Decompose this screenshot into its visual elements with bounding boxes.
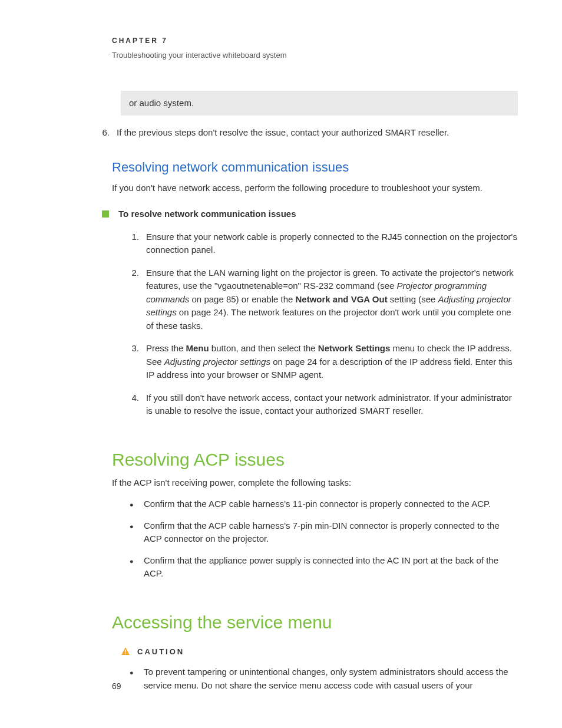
list-item: 6. If the previous steps don't resolve t… bbox=[100, 126, 518, 140]
svg-rect-1 bbox=[125, 650, 126, 653]
step-text: If you still don't have network access, … bbox=[146, 391, 518, 418]
step-number: 2. bbox=[130, 266, 146, 333]
step-number: 3. bbox=[130, 342, 146, 382]
bullet-text: Confirm that the appliance power supply … bbox=[144, 554, 518, 581]
bullet-list: ● Confirm that the ACP cable harness's 1… bbox=[130, 498, 518, 581]
list-item: 1. Ensure that your network cable is pro… bbox=[130, 230, 518, 257]
step-number: 6. bbox=[100, 126, 117, 140]
section-heading-service: Accessing the service menu bbox=[112, 609, 518, 635]
cross-ref: Adjusting projector settings bbox=[164, 357, 270, 367]
bullet-text: Confirm that the ACP cable harness's 7-p… bbox=[144, 519, 518, 546]
procedure-title-row: To resolve network communication issues bbox=[102, 207, 518, 221]
procedure-list: 1. Ensure that your network cable is pro… bbox=[130, 230, 518, 418]
procedure-title: To resolve network communication issues bbox=[118, 207, 296, 221]
step-text: Ensure that the LAN warning light on the… bbox=[146, 266, 518, 333]
list-item: ● Confirm that the ACP cable harness's 7… bbox=[130, 519, 518, 546]
bullet-icon: ● bbox=[130, 666, 144, 692]
continued-note-box: or audio system. bbox=[121, 91, 518, 116]
section-intro: If the ACP isn't receiving power, comple… bbox=[112, 476, 518, 490]
chapter-header: CHAPTER 7 Troubleshooting your interacti… bbox=[112, 35, 518, 61]
continued-note-text: or audio system. bbox=[129, 98, 194, 108]
ui-term: Network and VGA Out bbox=[296, 294, 388, 304]
list-item: 3. Press the Menu button, and then selec… bbox=[130, 342, 518, 382]
section-intro: If you don't have network access, perfor… bbox=[112, 182, 518, 195]
step-number: 4. bbox=[130, 391, 146, 418]
step-number: 1. bbox=[130, 230, 146, 257]
ui-term: Network Settings bbox=[318, 343, 391, 353]
ui-term: Menu bbox=[186, 343, 209, 353]
bullet-text: Confirm that the ACP cable harness's 11-… bbox=[144, 498, 518, 511]
section-heading-network: Resolving network communication issues bbox=[112, 157, 518, 177]
chapter-subtitle: Troubleshooting your interactive whitebo… bbox=[112, 50, 518, 61]
section-heading-acp: Resolving ACP issues bbox=[112, 446, 518, 473]
bullet-icon: ● bbox=[130, 519, 144, 546]
caution-label: CAUTION bbox=[137, 646, 184, 658]
page-number: 69 bbox=[112, 680, 121, 693]
bullet-icon: ● bbox=[130, 498, 144, 511]
caution-bullet-list: ● To prevent tampering or unintentional … bbox=[130, 666, 518, 692]
list-item: 2. Ensure that the LAN warning light on … bbox=[130, 266, 518, 333]
caution-header: CAUTION bbox=[121, 646, 518, 658]
step-text: If the previous steps don't resolve the … bbox=[117, 126, 518, 140]
procedure-marker-icon bbox=[102, 210, 109, 218]
caution-icon bbox=[121, 647, 130, 656]
list-item: ● Confirm that the appliance power suppl… bbox=[130, 554, 518, 581]
svg-rect-2 bbox=[125, 653, 126, 654]
step-text: Ensure that your network cable is proper… bbox=[146, 230, 518, 257]
step-text: Press the Menu button, and then select t… bbox=[146, 342, 518, 382]
list-item: ● Confirm that the ACP cable harness's 1… bbox=[130, 498, 518, 511]
bullet-icon: ● bbox=[130, 554, 144, 581]
chapter-label: CHAPTER 7 bbox=[112, 35, 518, 46]
list-item: ● To prevent tampering or unintentional … bbox=[130, 666, 518, 692]
bullet-text: To prevent tampering or unintentional ch… bbox=[144, 666, 518, 692]
list-item: 4. If you still don't have network acces… bbox=[130, 391, 518, 418]
